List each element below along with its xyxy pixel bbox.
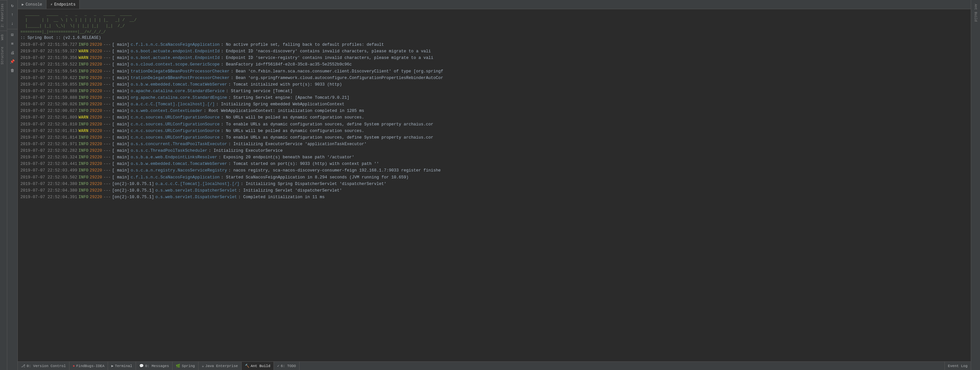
down-icon[interactable]: ↓: [8, 19, 17, 28]
delete-icon[interactable]: 🗑: [8, 66, 17, 75]
pin-icon[interactable]: 📌: [8, 57, 17, 66]
web-tab[interactable]: Web: [0, 31, 7, 43]
dash-8: ---: [103, 88, 111, 94]
log-line-13: 2019-07-07 22:52:01.810 INFO 29220 --- […: [18, 121, 971, 128]
logger-10: o.a.c.c.C.[Tomcat].[localhost].[/]: [131, 102, 215, 107]
pid-23: 29220: [90, 187, 102, 194]
spring-label: Spring: [182, 364, 195, 368]
msg-18: : Exposing 20 endpoint(s) beneath base p…: [219, 154, 355, 160]
pid-17: 29220: [90, 148, 102, 154]
event-log-tab[interactable]: Event Log: [945, 362, 971, 370]
thread-10: [ main]: [112, 102, 130, 107]
tab-todo[interactable]: ✓ 6: TODO: [274, 362, 299, 370]
pid-15: 29220: [90, 135, 102, 141]
dash-17: ---: [103, 148, 111, 154]
dash-18: ---: [103, 154, 111, 160]
console-icon: ▶: [22, 2, 24, 6]
thread-23: [on(2)-10.0.75.1]: [112, 187, 154, 194]
tab-messages[interactable]: 💬 0: Messages: [136, 362, 173, 370]
console-content[interactable]: ______ _____ _ _ _ _ _____ _____ | | | _…: [18, 9, 971, 361]
tab-version-control[interactable]: ⎇ 0: Version Control: [18, 362, 70, 370]
msg-12: : No URLs will be polled as dynamic conf…: [221, 114, 364, 121]
ant-build-side-label[interactable]: Ant Build: [973, 1, 978, 24]
print-icon[interactable]: 🖨: [8, 48, 17, 57]
java-enterprise-icon: ☕: [202, 364, 204, 368]
ts-13: 2019-07-07 22:52:01.810: [21, 121, 77, 127]
msg-11: : Root WebApplicationContext: initializa…: [204, 108, 364, 114]
logger-4: o.s.cloud.context.scope.GenericScope: [131, 62, 220, 67]
level-21: INFO: [79, 175, 89, 180]
level-5: INFO: [79, 68, 89, 75]
dash-5: ---: [103, 68, 111, 75]
menu-icon[interactable]: ≡: [8, 40, 17, 48]
ts-22: 2019-07-07 22:52:04.380: [21, 181, 77, 187]
level-6: INFO: [79, 75, 89, 81]
tab-endpoints[interactable]: ⚡ Endpoints: [46, 0, 80, 9]
tab-findbugs[interactable]: ● FindBugs-IDEA: [70, 362, 108, 370]
log-line-6: 2019-07-07 22:51:59.622 INFO 29220 --- […: [18, 75, 971, 81]
msg-9: : Starting Servlet engine: [Apache Tomca…: [229, 95, 350, 101]
msg-13: : To enable URLs as dynamic configuratio…: [221, 121, 433, 127]
event-log-label: Event Log: [948, 364, 967, 368]
pid-10: 29220: [90, 102, 102, 107]
layout-icon[interactable]: ⊡: [8, 31, 17, 39]
pid-13: 29220: [90, 121, 102, 127]
pid-14: 29220: [90, 128, 102, 134]
ts-23: 2019-07-07 22:52:04.380: [21, 187, 77, 194]
msg-4: : BeanFactory id=ff56184f-e2c8-35c8-ac35…: [221, 62, 352, 67]
pid-4: 29220: [90, 62, 102, 67]
spring-icon: 🌿: [176, 364, 180, 368]
log-line-21: 2019-07-07 22:52:03.502 INFO 29220 --- […: [18, 174, 971, 181]
version-control-label: 0: Version Control: [27, 364, 66, 368]
logger-21: c.f.l.s.n.c.ScaNacosFeignApplication: [131, 175, 220, 180]
refresh-icon[interactable]: ↻: [8, 1, 17, 10]
thread-15: [ main]: [112, 135, 130, 141]
level-10: INFO: [79, 102, 89, 107]
logger-12: c.n.c.sources.URLConfigurationSource: [131, 114, 220, 121]
tab-console[interactable]: ▶ Console: [18, 0, 46, 9]
level-23: INFO: [79, 187, 89, 194]
thread-19: [ main]: [112, 161, 130, 167]
msg-22: : Initializing Spring DispatcherServlet …: [241, 181, 387, 187]
msg-6: : Bean 'org.springframework.cloud.autoco…: [231, 75, 443, 81]
ts-8: 2019-07-07 22:51:59.888: [21, 88, 77, 94]
logger-19: o.s.b.w.embedded.tomcat.TomcatWebServer: [131, 161, 227, 167]
dash-11: ---: [103, 108, 111, 114]
level-15: INFO: [79, 135, 89, 141]
thread-22: [on(2)-10.0.75.1]: [112, 181, 154, 187]
logger-14: c.n.c.sources.URLConfigurationSource: [131, 128, 220, 134]
log-line-19: 2019-07-07 22:52:03.441 INFO 29220 --- […: [18, 160, 971, 167]
favorites-tab[interactable]: 2: Favorites: [0, 0, 7, 31]
pid-9: 29220: [90, 95, 102, 101]
endpoints-tab-label: Endpoints: [54, 2, 76, 7]
up-icon[interactable]: ↑: [8, 10, 17, 19]
log-line-16: 2019-07-07 22:52:01.971 INFO 29220 --- […: [18, 141, 971, 148]
ts-16: 2019-07-07 22:52:01.971: [21, 141, 77, 147]
structure-tab[interactable]: Structure: [0, 43, 7, 68]
level-12: WARN: [79, 114, 89, 121]
findbugs-icon: ●: [73, 364, 75, 368]
tab-ant-build[interactable]: 🔨 Ant Build: [242, 362, 274, 370]
dash-20: ---: [103, 168, 111, 173]
ts-5: 2019-07-07 22:51:59.545: [21, 68, 77, 75]
spring-banner: ______ _____ _ _ _ _ _____ _____ | | | _…: [18, 11, 971, 35]
logger-22: o.a.c.c.C.[Tomcat].[localhost].[/]: [155, 181, 239, 187]
log-line-8: 2019-07-07 22:51:59.888 INFO 29220 --- […: [18, 88, 971, 94]
todo-icon: ✓: [277, 364, 280, 368]
logger-7: o.s.b.w.embedded.tomcat.TomcatWebServer: [131, 82, 227, 87]
thread-12: [ main]: [112, 114, 130, 121]
msg-23: : Initializing Servlet 'dispatcherServle…: [238, 187, 342, 194]
ts-19: 2019-07-07 22:52:03.441: [21, 161, 77, 167]
log-line-17: 2019-07-07 22:52:02.282 INFO 29220 --- […: [18, 148, 971, 154]
level-11: INFO: [79, 108, 89, 114]
thread-5: [ main]: [112, 68, 130, 75]
level-20: INFO: [79, 168, 89, 173]
thread-6: [ main]: [112, 75, 130, 81]
tab-terminal[interactable]: ▶ Terminal: [108, 362, 136, 370]
side-panel-left: 2: Favorites Web Structure: [0, 0, 7, 370]
pid-21: 29220: [90, 175, 102, 180]
tab-java-enterprise[interactable]: ☕ Java Enterprise: [199, 362, 242, 370]
thread-17: [ main]: [112, 148, 130, 154]
tab-spring[interactable]: 🌿 Spring: [172, 362, 199, 370]
logger-17: o.s.s.c.ThreadPoolTaskScheduler: [131, 148, 207, 154]
